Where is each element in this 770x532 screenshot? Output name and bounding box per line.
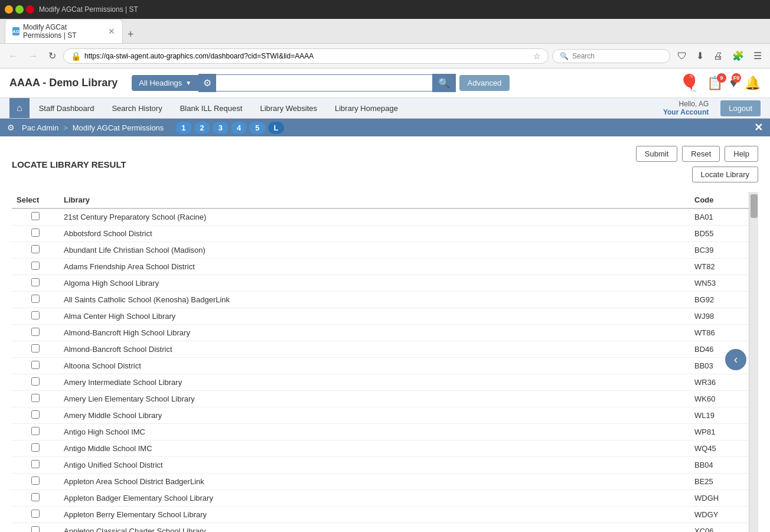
row-checkbox-12[interactable] xyxy=(31,410,40,419)
step-5-button[interactable]: 5 xyxy=(249,122,265,134)
app-container: AAAA - Demo Library All Headings ▼ ⚙ 🔍 A… xyxy=(0,68,770,532)
table-row: Abundant Life Christian School (Madison)… xyxy=(12,242,749,259)
table-row: Amery Lien Elementary School Library WK6… xyxy=(12,391,749,407)
step-3-button[interactable]: 3 xyxy=(213,122,229,134)
nav-library-homepage[interactable]: Library Homepage xyxy=(327,99,406,118)
result-title: LOCATE LIBRARY RESULT xyxy=(12,159,126,169)
table-row: Appleton Area School District BadgerLink… xyxy=(12,474,749,490)
row-checkbox-9[interactable] xyxy=(31,361,40,369)
chevron-down-icon: ▼ xyxy=(185,80,191,86)
scrollbar[interactable] xyxy=(749,192,758,532)
nav-library-websites[interactable]: Library Websites xyxy=(252,99,325,118)
menu-icon[interactable]: ☰ xyxy=(750,48,765,64)
filter-icon[interactable]: ⚙ xyxy=(198,74,216,92)
maximize-button[interactable] xyxy=(15,5,24,14)
nav-staff-dashboard[interactable]: Staff Dashboard xyxy=(31,99,103,118)
row-checkbox-1[interactable] xyxy=(31,229,40,237)
back-button[interactable]: ← xyxy=(5,50,21,63)
shield-icon[interactable]: 🛡 xyxy=(674,48,690,64)
row-library-2: Abundant Life Christian School (Madison) xyxy=(59,242,690,259)
scroll-thumb[interactable] xyxy=(751,194,758,218)
row-library-14: Antigo Middle School IMC xyxy=(59,440,690,457)
heading-dropdown[interactable]: All Headings ▼ xyxy=(132,75,198,91)
row-library-17: Appleton Badger Elementary School Librar… xyxy=(59,490,690,507)
table-row: Almond-Bancroft High School Library WT86 xyxy=(12,325,749,341)
col-header-code: Code xyxy=(690,192,749,208)
step-4-button[interactable]: 4 xyxy=(231,122,247,134)
nav-user-section: Hello, AG Your Account Logout xyxy=(663,100,761,116)
app-logo: AAAA - Demo Library xyxy=(9,77,118,89)
breadcrumb-close-button[interactable]: ✕ xyxy=(754,121,763,134)
row-code-13: WP81 xyxy=(690,424,749,440)
print-icon[interactable]: 🖨 xyxy=(710,48,726,64)
row-code-15: BB04 xyxy=(690,457,749,474)
back-arrow-button[interactable]: ‹ xyxy=(725,349,746,370)
bookmark-icon[interactable]: ☆ xyxy=(533,51,541,61)
reset-button[interactable]: Reset xyxy=(682,146,720,162)
row-checkbox-17[interactable] xyxy=(31,493,40,501)
advanced-button[interactable]: Advanced xyxy=(459,75,510,91)
row-library-8: Almond-Bancroft School District xyxy=(59,341,690,358)
nav-blank-ill-request[interactable]: Blank ILL Request xyxy=(172,99,251,118)
browser-search-bar[interactable]: 🔍 Search xyxy=(552,49,670,63)
row-library-1: Abbotsford School District xyxy=(59,226,690,242)
step-2-button[interactable]: 2 xyxy=(194,122,210,134)
breadcrumb-pac-admin[interactable]: Pac Admin xyxy=(22,123,58,132)
download-icon[interactable]: ⬇ xyxy=(693,48,707,64)
row-checkbox-cell-4 xyxy=(12,275,59,292)
row-library-9: Altoona School District xyxy=(59,358,690,374)
tab-close-button[interactable]: ✕ xyxy=(108,27,115,36)
logout-button[interactable]: Logout xyxy=(720,100,761,116)
locate-library-button[interactable]: Locate Library xyxy=(692,167,758,182)
row-checkbox-18[interactable] xyxy=(31,510,40,518)
nav-search-history[interactable]: Search History xyxy=(103,99,170,118)
row-checkbox-13[interactable] xyxy=(31,427,40,435)
row-library-18: Appleton Berry Elementary School Library xyxy=(59,507,690,523)
titlebar-text: Modify AGCat Permissions | ST xyxy=(39,5,765,14)
row-checkbox-6[interactable] xyxy=(31,311,40,319)
row-checkbox-5[interactable] xyxy=(31,295,40,303)
row-checkbox-4[interactable] xyxy=(31,278,40,286)
submit-button[interactable]: Submit xyxy=(636,146,677,162)
close-window-button[interactable] xyxy=(26,5,34,14)
row-code-11: WK60 xyxy=(690,391,749,407)
step-1-button[interactable]: 1 xyxy=(175,122,191,134)
row-checkbox-19[interactable] xyxy=(31,526,40,532)
row-checkbox-15[interactable] xyxy=(31,460,40,468)
browser-chrome: Modify AGCat Permissions | ST AG Modify … xyxy=(0,0,770,68)
address-bar[interactable]: 🔒 https://qa-stwi-agent.auto-graphics.co… xyxy=(63,48,549,64)
active-tab[interactable]: AG Modify AGCat Permissions | ST ✕ xyxy=(5,19,123,43)
heart-icon-button[interactable]: ♥ F9 xyxy=(730,76,738,91)
row-library-7: Almond-Bancroft High School Library xyxy=(59,325,690,341)
row-checkbox-16[interactable] xyxy=(31,476,40,485)
search-submit-button[interactable]: 🔍 xyxy=(432,74,456,92)
row-checkbox-cell-11 xyxy=(12,391,59,407)
nav-your-account[interactable]: Your Account xyxy=(663,108,709,116)
row-library-13: Antigo High School IMC xyxy=(59,424,690,440)
row-checkbox-8[interactable] xyxy=(31,344,40,353)
row-code-0: BA01 xyxy=(690,208,749,226)
refresh-button[interactable]: ↻ xyxy=(45,49,60,63)
help-button[interactable]: Help xyxy=(725,146,758,162)
lock-icon: 🔒 xyxy=(71,51,81,61)
search-input[interactable] xyxy=(216,74,432,92)
search-placeholder: Search xyxy=(572,52,595,60)
bell-icon-button[interactable]: 🔔 xyxy=(745,76,761,91)
balloon-icon[interactable]: 🎈 xyxy=(679,73,700,93)
row-checkbox-11[interactable] xyxy=(31,394,40,402)
row-checkbox-3[interactable] xyxy=(31,262,40,270)
row-checkbox-14[interactable] xyxy=(31,443,40,452)
row-checkbox-7[interactable] xyxy=(31,328,40,336)
breadcrumb-icon: ⚙ xyxy=(7,123,15,132)
row-library-16: Appleton Area School District BadgerLink xyxy=(59,474,690,490)
forward-button[interactable]: → xyxy=(25,50,41,63)
row-checkbox-0[interactable] xyxy=(31,212,40,220)
minimize-button[interactable] xyxy=(5,5,13,14)
row-checkbox-2[interactable] xyxy=(31,245,40,253)
new-tab-button[interactable]: + xyxy=(123,26,139,43)
home-button[interactable]: ⌂ xyxy=(9,98,30,118)
step-l-button[interactable]: L xyxy=(268,122,285,134)
list-icon-button[interactable]: 📋 9 xyxy=(707,76,723,91)
extensions-icon[interactable]: 🧩 xyxy=(729,48,748,64)
row-checkbox-10[interactable] xyxy=(31,377,40,386)
